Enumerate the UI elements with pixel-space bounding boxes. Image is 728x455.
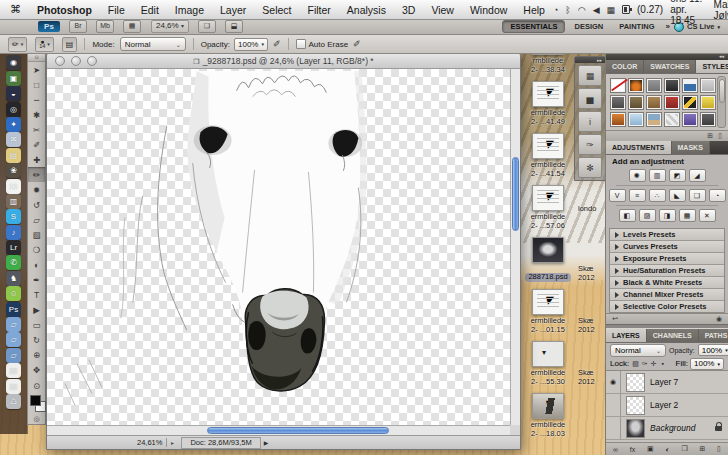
desktop-file-label[interactable]: Skæ 2012	[578, 265, 605, 282]
desktop-file-label[interactable]: Skæ 2012	[578, 317, 605, 334]
vertical-scrollbar[interactable]	[510, 69, 520, 425]
vertical-scrollbar-thumb[interactable]	[512, 157, 519, 231]
menu-item[interactable]: Image	[167, 1, 212, 19]
style-swatch[interactable]	[628, 112, 644, 127]
adjustment-icon[interactable]: V	[609, 189, 626, 202]
status-zoom-field[interactable]: 24,61%	[133, 438, 167, 447]
dock-app-icon[interactable]: 11	[6, 179, 21, 194]
adjustment-icon[interactable]: ◨	[659, 209, 676, 222]
dock-app-icon[interactable]: ▱	[6, 348, 21, 363]
layer-name[interactable]: Layer 2	[650, 400, 678, 410]
disclosure-triangle-icon[interactable]	[615, 304, 619, 310]
tool-button[interactable]: ✐	[28, 137, 45, 152]
panel-tab[interactable]: PATHS	[699, 329, 728, 342]
tool-button[interactable]: ▭	[28, 318, 45, 333]
launch-minibridge-button[interactable]: Mb	[96, 20, 114, 33]
desktop-file[interactable]: ▾ ermbillede 2- ...18.03	[521, 393, 575, 445]
dock-app-icon[interactable]: ✉	[6, 132, 21, 147]
dock-app-icon[interactable]: ◎	[6, 102, 21, 117]
styles-footer-icon[interactable]: ▯	[718, 132, 722, 140]
dock-app-icon[interactable]: ◒	[6, 86, 21, 101]
dock-app-icon[interactable]: ▤	[6, 363, 21, 378]
panel-tab[interactable]: COLOR	[606, 60, 644, 73]
layer-thumbnail[interactable]	[626, 419, 645, 438]
dock-app-icon[interactable]: ▱	[6, 332, 21, 347]
adjustment-icon[interactable]: ∴	[649, 189, 666, 202]
auto-erase-checkbox[interactable]	[296, 39, 306, 49]
menu-item[interactable]: Select	[254, 1, 299, 19]
tablet-pressure-icon[interactable]: ✐	[353, 39, 361, 49]
time-machine-icon[interactable]: ◔	[553, 5, 558, 15]
lock-icon[interactable]: ▪	[658, 360, 667, 368]
layers-footer-icon[interactable]: ◐	[665, 446, 669, 453]
layer-row[interactable]: ◉ Background	[606, 417, 728, 440]
tool-button[interactable]: ▧	[28, 228, 45, 243]
horizontal-scrollbar[interactable]	[47, 425, 510, 435]
status-expand-button[interactable]: ▸	[167, 439, 177, 446]
canvas[interactable]	[47, 69, 510, 425]
dock-app-icon[interactable]: Lr	[6, 240, 21, 255]
preset-group-row[interactable]: Selective Color Presets	[610, 301, 724, 312]
view-extras-button[interactable]: ▦	[123, 20, 141, 33]
horizontal-scrollbar-thumb[interactable]	[207, 427, 389, 434]
layer-name[interactable]: Background	[650, 423, 695, 433]
layer-thumbnail[interactable]	[626, 373, 645, 392]
menu-item[interactable]: View	[423, 1, 462, 19]
tool-button[interactable]: ▶	[28, 303, 45, 318]
tool-button[interactable]: ➤	[28, 62, 45, 77]
style-swatch[interactable]	[646, 95, 662, 110]
desktop-file[interactable]: ▾ ermbillede 2- ...41.49	[521, 81, 575, 133]
adjustment-icon[interactable]: ▨	[639, 209, 656, 222]
brush-preset-picker[interactable]: ● 14 ▾	[35, 37, 54, 52]
adjustment-icon[interactable]: ✕	[699, 209, 716, 222]
desktop-file[interactable]: ▾ ermbillede 2- ...41.54	[521, 133, 575, 185]
volume-icon[interactable]: ◀	[593, 5, 600, 15]
style-swatch[interactable]	[628, 78, 644, 93]
layer-opacity-field[interactable]: 100%▾	[698, 344, 728, 356]
tool-button[interactable]: ↺	[28, 197, 45, 212]
panel-tab[interactable]: SWATCHES	[644, 60, 696, 73]
dock-app-icon[interactable]: ♺	[6, 394, 21, 409]
styles-scrollbar[interactable]	[717, 76, 726, 128]
collapse-panels-button[interactable]: ◂◂	[606, 53, 728, 60]
adjustment-icon[interactable]: ▦	[679, 209, 696, 222]
layer-visibility-toggle[interactable]: ◉	[606, 371, 621, 393]
style-swatch[interactable]	[700, 78, 716, 93]
adjustments-back-icon[interactable]: ↩	[612, 315, 618, 323]
panel-icon-button[interactable]: ✑	[578, 134, 602, 155]
adjustment-icon[interactable]: ▥	[649, 169, 666, 182]
layer-visibility-toggle[interactable]: ◉	[606, 417, 621, 439]
disclosure-triangle-icon[interactable]	[615, 256, 619, 262]
wifi-icon[interactable]: ◠	[578, 5, 586, 15]
tool-button[interactable]: ✱	[28, 107, 45, 122]
layers-footer-icon[interactable]: ▣	[647, 445, 654, 453]
adjustment-icon[interactable]: ✺	[629, 169, 646, 182]
menu-item[interactable]: 3D	[394, 1, 423, 19]
layers-footer-icon[interactable]: ▯	[717, 445, 721, 453]
tool-button[interactable]: ✂	[28, 122, 45, 137]
quick-mask-button[interactable]: ◎	[28, 413, 45, 424]
layer-fill-field[interactable]: 100%▾	[690, 358, 724, 370]
menu-item[interactable]: Analysis	[339, 1, 394, 19]
layer-visibility-toggle[interactable]: ◉	[606, 394, 621, 416]
dock-app-icon[interactable]: S	[6, 209, 21, 224]
tool-button[interactable]: ✥	[28, 363, 45, 378]
adjustment-icon[interactable]: ◧	[619, 209, 636, 222]
dock-app-icon[interactable]: ❀	[6, 163, 21, 178]
tool-button[interactable]: ∽	[28, 92, 45, 107]
screen-mode-button[interactable]: ⬓	[225, 20, 243, 33]
disclosure-triangle-icon[interactable]	[615, 244, 619, 250]
disclosure-triangle-icon[interactable]	[615, 292, 619, 298]
dock-app-icon[interactable]: ◉	[6, 55, 21, 70]
preset-group-row[interactable]: Channel Mixer Presets	[610, 289, 724, 301]
menu-item[interactable]: Layer	[212, 1, 254, 19]
document-title-bar[interactable]: ❐_9288718.psd @ 24,6% (Layer 11, RGB/8*)…	[47, 53, 520, 69]
style-swatch[interactable]	[646, 112, 662, 127]
desktop-file[interactable]: ▾ rmbillede 2- ...38.34	[521, 53, 575, 81]
adjustment-icon[interactable]: ◔	[709, 189, 726, 202]
dock-app-icon[interactable]: ☺	[6, 286, 21, 301]
dock-app-icon[interactable]: ✆	[6, 255, 21, 270]
tool-button[interactable]: ⊙	[28, 378, 45, 393]
style-swatch[interactable]	[664, 78, 680, 93]
panel-tab[interactable]: STYLES	[696, 60, 728, 73]
